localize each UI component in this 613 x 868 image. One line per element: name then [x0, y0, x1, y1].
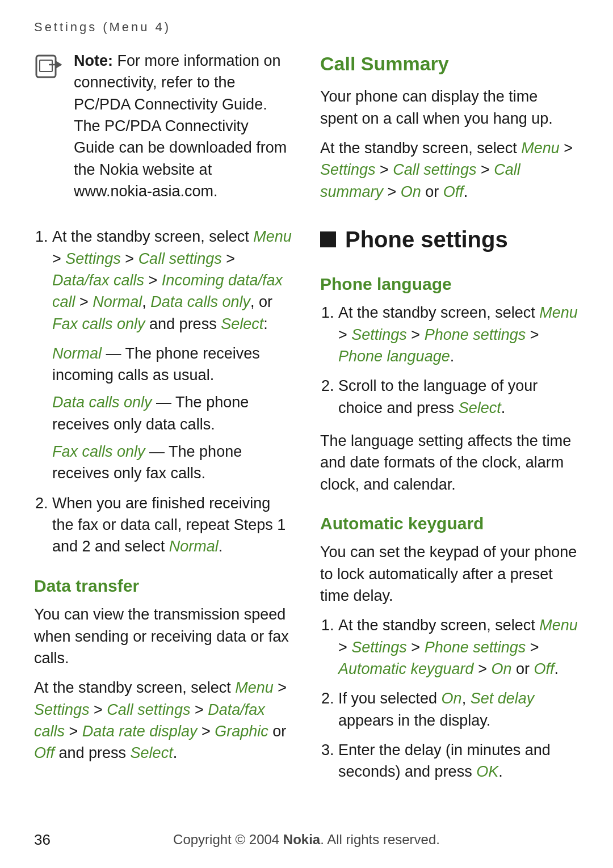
settings-ak: Settings [351, 639, 407, 656]
list-item: At the standby screen, select Menu > Set… [52, 226, 293, 484]
data-transfer-section: Data transfer You can view the transmiss… [34, 574, 293, 764]
block-icon [320, 231, 336, 247]
call-summary-para1: Your phone can display the time spent on… [320, 86, 579, 129]
right-column: Call Summary Your phone can display the … [320, 50, 579, 794]
note-body: For more information on connectivity, re… [74, 52, 287, 200]
phone-lang-item-1: At the standby screen, select Menu > Set… [338, 302, 579, 367]
call-summary-section: Call Summary Your phone can display the … [320, 50, 579, 203]
on-ak2: On [442, 690, 462, 707]
note-bold: Note: [74, 52, 113, 69]
datafax-link: Data/fax calls [52, 272, 144, 289]
menu-link: Menu [253, 228, 292, 245]
page-content: Note: For more information on connectivi… [0, 36, 613, 794]
select-pl: Select [459, 399, 501, 416]
list-item-2-text: When you are finished receiving the fax … [52, 495, 285, 555]
call-summary-para2: At the standby screen, select Menu > Set… [320, 137, 579, 203]
phonesettings-ak: Phone settings [425, 639, 526, 656]
auto-keyguard-title: Automatic keyguard [320, 511, 579, 536]
settings-link: Settings [65, 250, 121, 267]
svg-rect-1 [40, 60, 52, 71]
faxcalls-link: Fax calls only [52, 315, 145, 332]
autokeyguard-ak: Automatic keyguard [338, 660, 474, 677]
data-transfer-para2: At the standby screen, select Menu > Set… [34, 677, 293, 764]
left-list: At the standby screen, select Menu > Set… [34, 226, 293, 558]
settings-dt: Settings [34, 701, 90, 718]
callsettings-dt: Call settings [107, 701, 190, 718]
select-link: Select [221, 315, 263, 332]
page-footer: 36 Copyright © 2004 Nokia. All rights re… [0, 830, 613, 850]
datacalls-link: Data calls only [150, 293, 250, 310]
menu-ak: Menu [539, 617, 578, 634]
normal-link: Normal [93, 293, 142, 310]
menu-dt: Menu [235, 679, 274, 696]
on-ak: On [491, 660, 511, 677]
normal-italic: Normal [52, 345, 102, 362]
faxcalls-para: Fax calls only — The phone receives only… [52, 441, 293, 484]
select-dt: Select [131, 744, 173, 761]
list-item-text: At the standby screen, select Menu > Set… [52, 228, 292, 332]
normal-link-2: Normal [169, 538, 219, 555]
call-summary-title: Call Summary [320, 50, 579, 78]
callsettings-cs: Call settings [393, 161, 476, 178]
phone-lang-item-2: Scroll to the language of your choice an… [338, 375, 579, 419]
off-cs: Off [443, 183, 464, 200]
auto-keyguard-list: At the standby screen, select Menu > Set… [320, 614, 579, 782]
phonelang-pl: Phone language [338, 348, 450, 365]
off-ak: Off [534, 660, 554, 677]
auto-keyguard-para1: You can set the keypad of your phone to … [320, 541, 579, 606]
list-item-2: When you are finished receiving the fax … [52, 492, 293, 558]
phone-language-section: Phone language At the standby screen, se… [320, 272, 579, 495]
datacalls-para: Data calls only — The phone receives onl… [52, 391, 293, 435]
ok-ak: OK [476, 763, 498, 780]
menu-cs: Menu [521, 140, 560, 157]
off-dt: Off [34, 744, 54, 761]
phone-language-title: Phone language [320, 272, 579, 297]
data-transfer-title: Data transfer [34, 574, 293, 599]
data-transfer-para1: You can view the transmission speed when… [34, 604, 293, 669]
datarate-dt: Data rate display [82, 723, 198, 740]
auto-keyguard-section: Automatic keyguard You can set the keypa… [320, 511, 579, 783]
phone-settings-section: Phone settings Phone language At the sta… [320, 223, 579, 783]
keyguard-item-3: Enter the delay (in minutes and seconds)… [338, 739, 579, 783]
note-text: Note: For more information on connectivi… [74, 50, 293, 202]
note-icon [34, 52, 64, 82]
phone-settings-header: Phone settings [320, 223, 579, 256]
keyguard-item-1: At the standby screen, select Menu > Set… [338, 614, 579, 680]
note-box: Note: For more information on connectivi… [34, 50, 293, 210]
sub-paras: Normal — The phone receives incoming cal… [52, 343, 293, 484]
footer-copyright: Copyright © 2004 Nokia. All rights reser… [173, 830, 440, 850]
setdelay-ak: Set delay [471, 690, 535, 707]
faxcalls-italic: Fax calls only [52, 443, 145, 460]
normal-para: Normal — The phone receives incoming cal… [52, 343, 293, 386]
keyguard-item-2: If you selected On, Set delay appears in… [338, 688, 579, 731]
settings-pl: Settings [351, 326, 407, 343]
page-header: Settings (Menu 4) [0, 0, 613, 36]
header-label: Settings (Menu 4) [34, 20, 171, 34]
phone-settings-title: Phone settings [345, 223, 508, 256]
phonesettings-pl: Phone settings [425, 326, 526, 343]
on-cs: On [401, 183, 421, 200]
settings-cs: Settings [320, 161, 376, 178]
menu-pl: Menu [539, 304, 578, 321]
phone-lang-para: The language setting affects the time an… [320, 430, 579, 495]
graphic-dt: Graphic [215, 723, 268, 740]
left-column: Note: For more information on connectivi… [34, 50, 293, 794]
phone-language-list: At the standby screen, select Menu > Set… [320, 302, 579, 419]
datacalls-italic: Data calls only [52, 394, 152, 411]
call-settings-link: Call settings [138, 250, 222, 267]
page-number: 36 [34, 829, 51, 851]
